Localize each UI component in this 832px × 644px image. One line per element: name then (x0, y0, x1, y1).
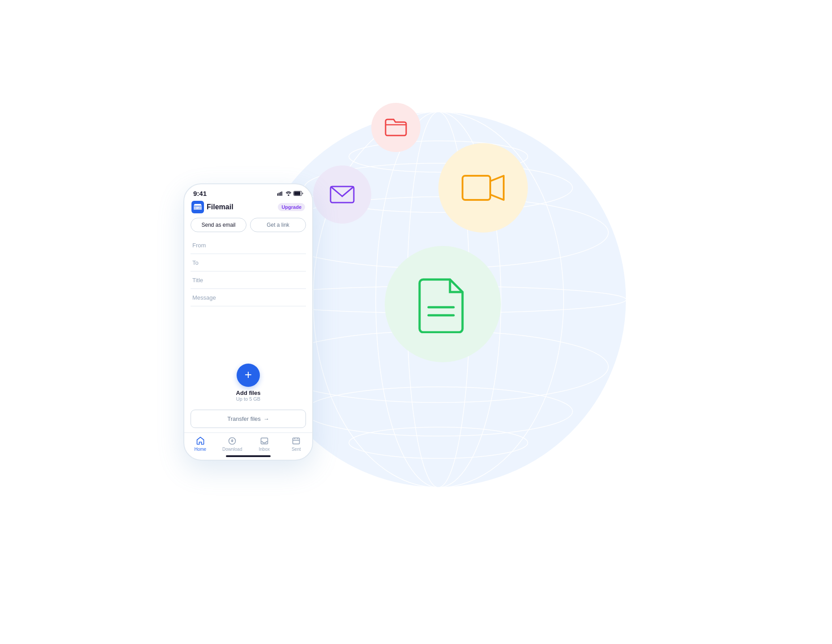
logo-text: Filemail (207, 203, 233, 211)
status-bar: 9:41 (184, 184, 312, 199)
envelope-icon (329, 184, 356, 205)
logo: Filemail (191, 201, 233, 213)
add-files-section: + Add files Up to 5 GB (184, 356, 312, 405)
add-files-sublabel: Up to 5 GB (236, 396, 260, 402)
logo-icon (191, 201, 204, 213)
sent-icon (292, 436, 301, 445)
folder-circle (371, 103, 420, 152)
nav-download-label: Download (222, 447, 242, 452)
title-field[interactable]: Title (191, 271, 306, 289)
home-indicator (226, 455, 271, 457)
nav-inbox-label: Inbox (259, 447, 270, 452)
send-mode-tabs: Send as email Get a link (191, 218, 306, 232)
plus-icon: + (245, 369, 252, 381)
download-icon (228, 436, 237, 445)
transfer-label: Transfer files (227, 415, 261, 422)
svg-rect-19 (281, 191, 282, 196)
document-circle (385, 246, 501, 362)
nav-sent[interactable]: Sent (280, 436, 313, 452)
nav-sent-label: Sent (292, 447, 301, 452)
email-circle (313, 165, 371, 224)
svg-rect-13 (463, 176, 490, 200)
transfer-arrow: → (263, 415, 269, 422)
main-scene: 9:41 Filemail Upgrade (148, 76, 684, 568)
to-label: To (192, 259, 199, 266)
add-files-label: Add files (236, 390, 261, 396)
video-circle (438, 143, 528, 233)
app-header: Filemail Upgrade (184, 199, 312, 218)
svg-rect-18 (280, 192, 281, 196)
send-email-tab[interactable]: Send as email (191, 218, 246, 232)
transfer-files-button[interactable]: Transfer files → (191, 410, 306, 428)
add-files-button[interactable]: + (237, 364, 260, 387)
message-label: Message (192, 294, 216, 301)
nav-inbox[interactable]: Inbox (248, 436, 280, 452)
get-link-tab[interactable]: Get a link (250, 218, 306, 232)
svg-point-20 (288, 194, 289, 195)
upgrade-badge[interactable]: Upgrade (278, 203, 305, 211)
folder-icon (384, 117, 408, 138)
video-icon (461, 172, 505, 203)
svg-rect-22 (294, 192, 301, 195)
nav-home[interactable]: Home (184, 436, 216, 452)
bottom-navigation: Home Download Inbox (184, 432, 312, 453)
inbox-icon (260, 436, 269, 445)
nav-home-label: Home (194, 447, 206, 452)
home-icon (196, 436, 205, 445)
message-field[interactable]: Message (191, 289, 306, 306)
svg-rect-16 (277, 193, 278, 196)
email-form: From To Title Message (184, 237, 312, 356)
phone-time: 9:41 (193, 190, 207, 197)
svg-rect-25 (293, 438, 300, 444)
title-label: Title (192, 277, 203, 284)
from-label: From (192, 242, 206, 249)
to-field[interactable]: To (191, 254, 306, 271)
document-icon (416, 275, 470, 333)
phone-mockup: 9:41 Filemail Upgrade (183, 183, 313, 461)
status-icons (277, 191, 303, 196)
from-field[interactable]: From (191, 237, 306, 254)
nav-download[interactable]: Download (216, 436, 249, 452)
svg-rect-17 (279, 192, 280, 196)
